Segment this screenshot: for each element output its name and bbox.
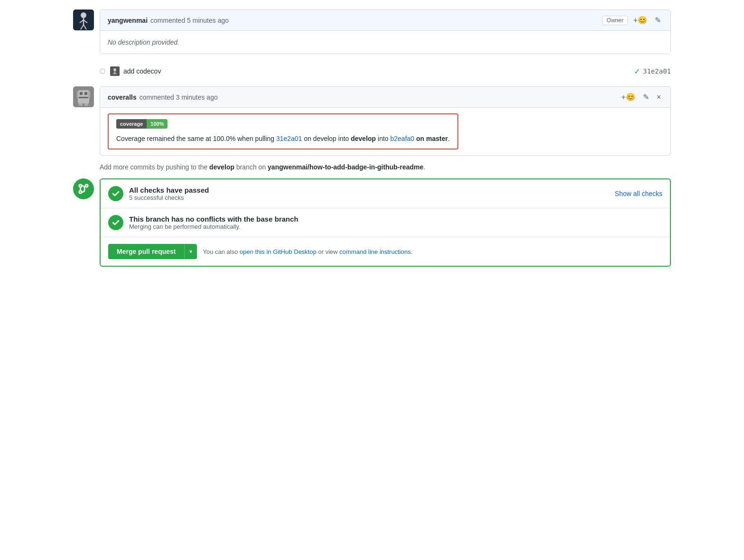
- merge-note-3: .: [411, 248, 413, 255]
- comment-wrapper-coveralls: coveralls commented 3 minutes ago +😊 ✎ ×…: [100, 86, 671, 156]
- no-conflicts-title: This branch has no conflicts with the ba…: [129, 215, 662, 223]
- avatar-yang: [73, 9, 94, 30]
- comment-header-left: yangwenmai commented 5 minutes ago: [108, 17, 229, 24]
- checks-info: All checks have passed 5 successful chec…: [129, 186, 615, 201]
- coverage-highlight-box: coverage 100% Coverage remained the same…: [108, 113, 458, 149]
- coverage-text-1: Coverage remained the same at 100.0% whe…: [116, 135, 276, 142]
- coverage-link2[interactable]: b2eafa0: [391, 135, 415, 142]
- merge-icon: [77, 183, 90, 195]
- avatar-coveralls: [73, 86, 94, 107]
- coveralls-time: commented 3 minutes ago: [140, 93, 218, 101]
- coverage-badge-container: coverage 100%: [116, 119, 450, 129]
- master-branch: on master: [414, 135, 448, 142]
- comment-block-yang: yangwenmai commented 5 minutes ago Owner…: [73, 9, 671, 54]
- merge-checks-box: All checks have passed 5 successful chec…: [100, 178, 671, 267]
- repo-name-note: yangwenmai/how-to-add-badge-in-github-re…: [268, 163, 423, 171]
- comment-body-yang: No description provided.: [100, 31, 670, 54]
- add-commits-note: Add more commits by pushing to the devel…: [100, 163, 671, 171]
- merge-note-1: You can also: [203, 248, 240, 255]
- no-conflicts-subtitle: Merging can be performed automatically.: [129, 223, 662, 230]
- edit-coveralls-button[interactable]: ✎: [641, 92, 651, 103]
- svg-rect-19: [79, 103, 83, 106]
- add-emoji-button[interactable]: +😊: [632, 15, 649, 26]
- comment-header-right: Owner +😊 ✎: [602, 15, 663, 26]
- coveralls-header-left: coveralls commented 3 minutes ago: [108, 93, 218, 101]
- merge-icon-box: [73, 178, 94, 199]
- coverage-text-into: into: [376, 135, 390, 142]
- comment-header-yang: yangwenmai commented 5 minutes ago Owner…: [100, 10, 670, 31]
- commit-sha: ✓ 31e2a01: [634, 67, 671, 76]
- comment-author: yangwenmai: [108, 17, 148, 24]
- merge-btn-group: Merge pull request ▾: [108, 244, 197, 259]
- sha-link[interactable]: 31e2a01: [643, 67, 671, 75]
- add-commits-text2: branch on: [234, 163, 268, 171]
- svg-point-1: [81, 12, 86, 18]
- add-commits-text1: Add more commits by pushing to the: [100, 163, 209, 171]
- checks-title: All checks have passed: [129, 186, 615, 194]
- merge-pull-request-button[interactable]: Merge pull request: [108, 244, 184, 259]
- commit-avatar: [110, 66, 120, 76]
- svg-rect-17: [77, 91, 79, 98]
- merge-section: All checks have passed 5 successful chec…: [73, 178, 671, 267]
- svg-rect-15: [84, 92, 87, 95]
- coverage-period: .: [448, 135, 450, 142]
- svg-rect-14: [80, 92, 83, 95]
- coverage-text: Coverage remained the same at 100.0% whe…: [116, 133, 450, 144]
- badge-label: coverage: [116, 119, 147, 129]
- svg-rect-20: [84, 103, 88, 106]
- coveralls-header-right: +😊 ✎ ×: [619, 92, 663, 103]
- check-icon: ✓: [634, 67, 640, 76]
- edit-comment-button[interactable]: ✎: [653, 15, 663, 26]
- badge-value: 100%: [147, 119, 167, 129]
- coverage-link1[interactable]: 31e2a01: [276, 135, 302, 142]
- comment-time: commented 5 minutes ago: [150, 17, 229, 24]
- add-emoji-coveralls-button[interactable]: +😊: [619, 92, 637, 103]
- coverage-badge: coverage 100%: [116, 119, 167, 129]
- no-conflicts-info: This branch has no conflicts with the ba…: [129, 215, 662, 230]
- svg-point-23: [85, 185, 88, 187]
- no-conflicts-row: This branch has no conflicts with the ba…: [101, 208, 670, 237]
- command-line-link[interactable]: command line instructions: [339, 248, 410, 255]
- commit-row: add codecov ✓ 31e2a01: [100, 62, 671, 81]
- svg-rect-18: [88, 91, 90, 98]
- merge-dropdown-button[interactable]: ▾: [184, 244, 197, 259]
- no-conflicts-icon: [108, 215, 123, 230]
- merge-btn-row: Merge pull request ▾ You can also open t…: [101, 237, 670, 266]
- commit-dot-icon: [100, 68, 105, 74]
- coveralls-author: coveralls: [108, 93, 137, 101]
- add-commits-text3: .: [423, 163, 425, 171]
- checks-passed-icon: [108, 186, 123, 201]
- comment-block-coveralls: coveralls commented 3 minutes ago +😊 ✎ ×…: [73, 86, 671, 156]
- develop-branch-note: develop: [209, 163, 234, 171]
- coverage-text-2: on develop into: [302, 135, 351, 142]
- checks-passed-row: All checks have passed 5 successful chec…: [101, 179, 670, 208]
- comment-body-text: No description provided.: [108, 38, 179, 46]
- show-all-checks-link[interactable]: Show all checks: [615, 190, 662, 197]
- svg-rect-16: [79, 97, 88, 98]
- close-coveralls-button[interactable]: ×: [655, 92, 663, 103]
- develop-branch: develop: [351, 135, 376, 142]
- merge-note-2: or view: [316, 248, 339, 255]
- owner-badge: Owner: [602, 16, 627, 25]
- commit-message: add codecov: [123, 67, 634, 75]
- coveralls-comment-body: coverage 100% Coverage remained the same…: [100, 108, 670, 155]
- comment-header-coveralls: coveralls commented 3 minutes ago +😊 ✎ ×: [100, 87, 670, 108]
- open-in-desktop-link[interactable]: open this in GitHub Desktop: [240, 248, 316, 255]
- comment-wrapper-yang: yangwenmai commented 5 minutes ago Owner…: [100, 9, 671, 54]
- checks-subtitle: 5 successful checks: [129, 194, 615, 201]
- svg-point-8: [113, 68, 116, 71]
- merge-note: You can also open this in GitHub Desktop…: [203, 248, 412, 255]
